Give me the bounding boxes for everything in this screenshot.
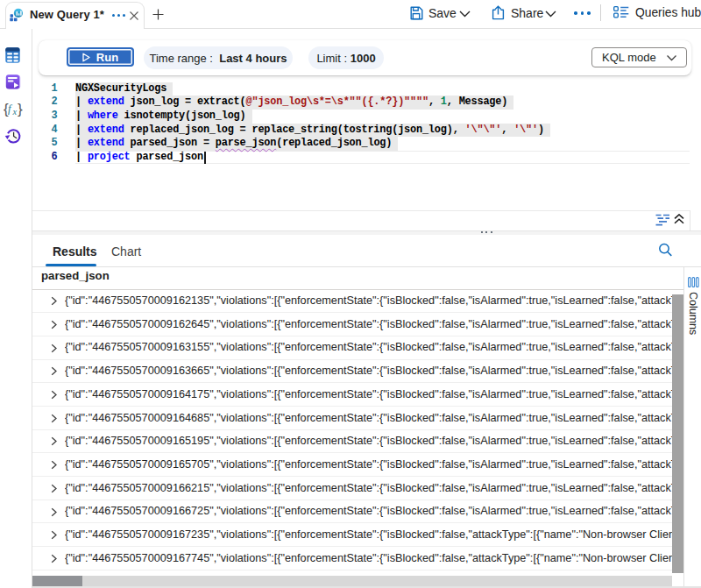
svg-text:}: }: [18, 101, 23, 117]
svg-text:x: x: [12, 107, 18, 117]
